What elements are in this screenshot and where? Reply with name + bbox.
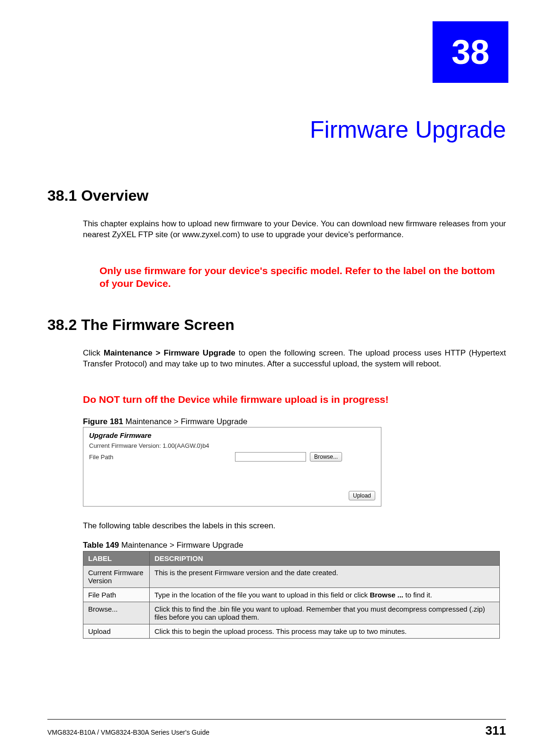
table-row: Upload Click this to begin the upload pr…	[83, 624, 500, 639]
upload-row: Upload	[349, 491, 375, 500]
firmware-body-bold: Maintenance > Firmware Upgrade	[104, 348, 235, 357]
table-cell-label: Upload	[83, 624, 150, 639]
table-intro: The following table describes the labels…	[83, 521, 506, 532]
table-row: Current Firmware Version This is the pre…	[83, 566, 500, 588]
upload-button[interactable]: Upload	[349, 491, 375, 500]
chapter-badge: 38	[433, 21, 508, 83]
page-footer: VMG8324-B10A / VMG8324-B30A Series User'…	[47, 719, 506, 738]
table-cell-label: Current Firmware Version	[83, 566, 150, 588]
file-path-label: File Path	[89, 454, 231, 461]
desc-bold: Browse ...	[370, 591, 403, 599]
panel-title: Upgrade Firmware	[83, 427, 381, 441]
overview-body: This chapter explains how to upload new …	[83, 219, 506, 240]
firmware-body: Click Maintenance > Firmware Upgrade to …	[83, 348, 506, 370]
table-cell-desc: Type in the location of the file you wan…	[150, 588, 500, 602]
figure-caption-text: Maintenance > Firmware Upgrade	[123, 417, 247, 426]
description-table: LABEL DESCRIPTION Current Firmware Versi…	[83, 551, 500, 639]
overview-warning: Only use firmware for your device's spec…	[99, 264, 504, 290]
table-cell-desc: This is the present Firmware version and…	[150, 566, 500, 588]
chapter-title: Firmware Upgrade	[310, 116, 506, 143]
desc-pre: Type in the location of the file you wan…	[154, 591, 370, 599]
panel-version-line: Current Firmware Version: 1.00(AAGW.0)b4	[83, 441, 381, 450]
chapter-number: 38	[452, 33, 489, 71]
table-cell-desc: Click this to find the .bin file you wan…	[150, 602, 500, 624]
firmware-upgrade-screenshot: Upgrade Firmware Current Firmware Versio…	[83, 427, 381, 507]
section-firmware-heading: 38.2 The Firmware Screen	[47, 316, 235, 334]
table-cell-label: File Path	[83, 588, 150, 602]
table-row: Browse... Click this to find the .bin fi…	[83, 602, 500, 624]
table-caption-text: Maintenance > Firmware Upgrade	[119, 541, 243, 550]
firmware-body-pre: Click	[83, 348, 104, 357]
table-header-desc: DESCRIPTION	[150, 551, 500, 566]
section-overview-heading: 38.1 Overview	[47, 187, 148, 205]
table-row: File Path Type in the location of the fi…	[83, 588, 500, 602]
desc-post: to find it.	[403, 591, 432, 599]
file-path-row: File Path Browse...	[83, 450, 381, 463]
figure-number: Figure 181	[83, 417, 123, 426]
table-header-row: LABEL DESCRIPTION	[83, 551, 500, 566]
browse-button[interactable]: Browse...	[310, 452, 342, 462]
firmware-warning: Do NOT turn off the Device while firmwar…	[83, 393, 504, 406]
file-path-input[interactable]	[235, 452, 306, 462]
table-cell-label: Browse...	[83, 602, 150, 624]
table-cell-desc: Click this to begin the upload process. …	[150, 624, 500, 639]
footer-page-number: 311	[486, 723, 506, 738]
footer-guide-title: VMG8324-B10A / VMG8324-B30A Series User'…	[47, 729, 209, 736]
table-header-label: LABEL	[83, 551, 150, 566]
table-caption: Table 149 Maintenance > Firmware Upgrade	[83, 541, 243, 550]
figure-caption: Figure 181 Maintenance > Firmware Upgrad…	[83, 417, 247, 427]
table-number: Table 149	[83, 541, 119, 550]
